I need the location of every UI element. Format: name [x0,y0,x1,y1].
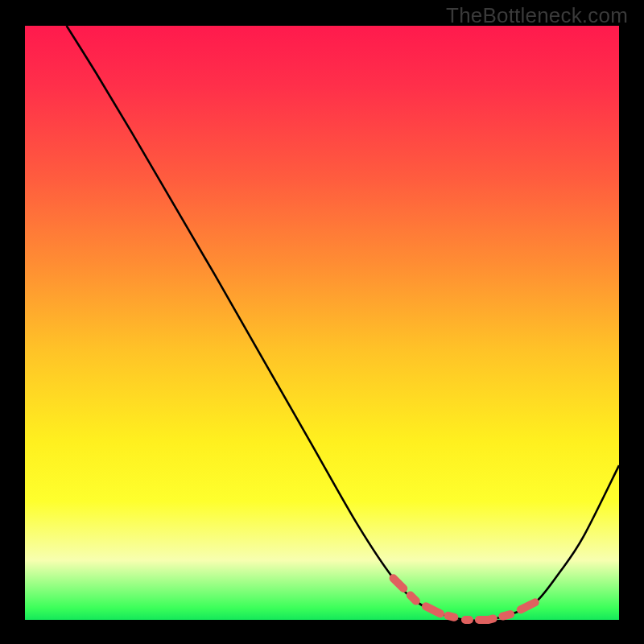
attribution-text: TheBottleneck.com [446,3,628,28]
bottleneck-chart [25,26,619,620]
chart-plot-area [25,26,619,620]
bottleneck-curve-line [67,26,619,621]
